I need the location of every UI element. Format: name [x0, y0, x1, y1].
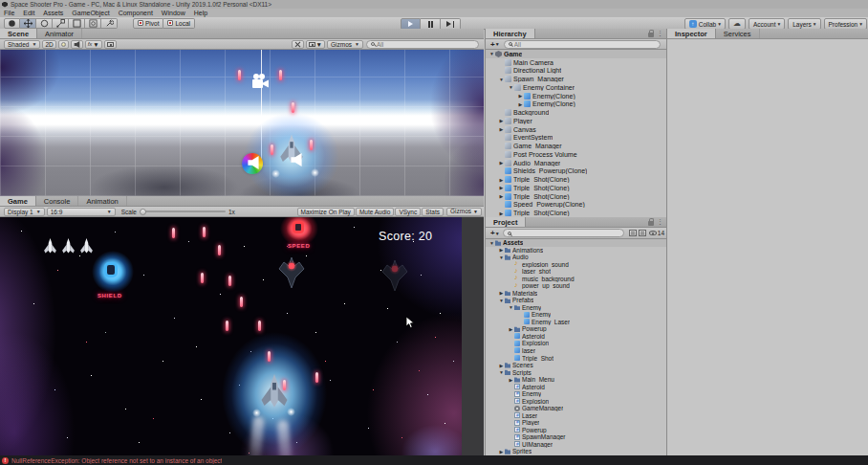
- game-view-toggle[interactable]: Mute Audio: [356, 208, 395, 216]
- project-item[interactable]: Powerup: [486, 325, 666, 333]
- tool-settings-button[interactable]: [292, 40, 304, 49]
- panel-menu-icon[interactable]: ⋮: [657, 30, 663, 37]
- menu-item[interactable]: GameObject: [72, 10, 109, 16]
- project-search[interactable]: [503, 229, 624, 237]
- expand-arrow[interactable]: [488, 51, 495, 56]
- expand-arrow[interactable]: [498, 449, 505, 454]
- camera-gizmo-icon[interactable]: [250, 73, 271, 89]
- project-search-input[interactable]: [513, 230, 619, 236]
- expand-arrow[interactable]: [498, 210, 505, 216]
- game-view-toggle[interactable]: VSync: [395, 208, 421, 216]
- project-item[interactable]: Asteroid: [486, 333, 666, 341]
- local-toggle[interactable]: Local: [163, 18, 195, 29]
- transform-tool-button[interactable]: [85, 18, 101, 29]
- hierarchy-item[interactable]: Game_Manager: [486, 142, 666, 150]
- rotate-tool-button[interactable]: [36, 18, 53, 29]
- project-item[interactable]: UIManager: [486, 440, 666, 448]
- expand-arrow[interactable]: [498, 369, 505, 375]
- menu-item[interactable]: Component: [119, 10, 153, 16]
- expand-arrow[interactable]: [498, 193, 505, 199]
- expand-arrow[interactable]: [498, 118, 505, 123]
- scene-search[interactable]: [366, 40, 479, 49]
- search-by-label-icon[interactable]: [639, 230, 646, 236]
- display-dropdown[interactable]: Display 1▼: [4, 208, 45, 216]
- hierarchy-item[interactable]: Shields_Powerup(Clone): [486, 167, 666, 176]
- expand-arrow[interactable]: [517, 93, 524, 99]
- hierarchy-item[interactable]: EventSystem: [486, 134, 666, 143]
- tab[interactable]: Console: [36, 196, 79, 206]
- lock-icon[interactable]: [648, 33, 654, 37]
- tab[interactable]: Scene: [0, 29, 37, 38]
- scene-audio-toggle[interactable]: [71, 40, 83, 49]
- expand-arrow[interactable]: [508, 84, 514, 90]
- hierarchy-item[interactable]: Background: [486, 108, 666, 117]
- project-item[interactable]: laser: [486, 347, 666, 355]
- audio-source-gizmo-icon[interactable]: [247, 156, 260, 169]
- hierarchy-item[interactable]: Audio_Manager: [486, 159, 666, 167]
- scale-slider[interactable]: Scale 1x: [121, 209, 235, 215]
- tab[interactable]: Game: [0, 196, 36, 206]
- scene-effects-dropdown[interactable]: fx▼: [85, 40, 102, 49]
- pivot-toggle[interactable]: Pivot: [133, 18, 163, 29]
- hierarchy-item[interactable]: Game: [486, 50, 666, 58]
- hierarchy-item[interactable]: Canvas: [486, 125, 666, 134]
- expand-arrow[interactable]: [498, 185, 505, 190]
- project-item[interactable]: GameManager: [486, 405, 666, 412]
- game-viewport[interactable]: Score: 20 SHIELD SPEED: [0, 217, 462, 455]
- menu-item[interactable]: Help: [194, 10, 207, 16]
- tab-project[interactable]: Project: [486, 217, 526, 227]
- game-view-toggle[interactable]: Maximize On Play: [297, 208, 355, 216]
- status-bar[interactable]: ! NullReferenceException: Object referen…: [0, 455, 868, 465]
- expand-arrow[interactable]: [498, 290, 505, 296]
- project-item[interactable]: laser_shot: [486, 268, 666, 276]
- hierarchy-item[interactable]: Triple_Shot(Clone): [486, 184, 666, 192]
- hidden-items-toggle[interactable]: 14: [649, 230, 664, 236]
- expand-arrow[interactable]: [488, 240, 495, 246]
- scale-tool-button[interactable]: [53, 18, 69, 29]
- 2d-toggle[interactable]: 2D: [42, 40, 55, 49]
- hierarchy-item[interactable]: Enemy(Clone): [486, 100, 666, 109]
- camera-settings-dropdown[interactable]: ▼: [306, 40, 325, 49]
- panel-menu-icon[interactable]: ⋮: [657, 218, 663, 226]
- project-item[interactable]: music_background: [486, 276, 666, 283]
- hierarchy-item[interactable]: Triple_Shot(Clone): [486, 175, 666, 184]
- project-item[interactable]: Materials: [486, 290, 666, 298]
- rect-tool-button[interactable]: [69, 18, 85, 29]
- hierarchy-item[interactable]: Main Camera: [486, 58, 666, 67]
- hierarchy-item[interactable]: Enemy Container: [486, 83, 666, 92]
- scene-grid-dropdown[interactable]: [104, 40, 117, 49]
- custom-tool-button[interactable]: [101, 18, 118, 29]
- project-item[interactable]: Scripts: [486, 368, 666, 376]
- project-item[interactable]: explosion_sound: [486, 261, 666, 269]
- hierarchy-item[interactable]: Spawn_Manager: [486, 75, 666, 83]
- expand-arrow[interactable]: [498, 247, 505, 253]
- project-item[interactable]: power_up_sound: [486, 282, 666, 290]
- hierarchy-item[interactable]: Triple_Shot(Clone): [486, 192, 666, 201]
- expand-arrow[interactable]: [517, 101, 524, 107]
- shading-mode-dropdown[interactable]: Shaded▼: [4, 40, 40, 49]
- hierarchy-search[interactable]: [504, 40, 661, 49]
- scale-knob[interactable]: [140, 209, 146, 215]
- expand-arrow[interactable]: [498, 177, 505, 183]
- project-item[interactable]: Enemy: [486, 311, 666, 319]
- project-item[interactable]: Assets: [486, 239, 666, 247]
- project-item[interactable]: Laser: [486, 411, 666, 419]
- game-view-toggle[interactable]: Stats: [422, 208, 444, 216]
- menu-item[interactable]: Window: [162, 10, 185, 16]
- expand-arrow[interactable]: [498, 255, 505, 260]
- hierarchy-item[interactable]: Post Process Volume: [486, 150, 666, 159]
- project-item[interactable]: Explosion: [486, 340, 666, 347]
- tab[interactable]: Inspector: [667, 29, 716, 38]
- tab[interactable]: Services: [716, 29, 760, 38]
- project-item[interactable]: Triple_Shot: [486, 354, 666, 362]
- expand-arrow[interactable]: [508, 326, 514, 332]
- menu-item[interactable]: File: [4, 10, 14, 16]
- scene-gizmos-dropdown[interactable]: Gizmos▼: [327, 40, 363, 49]
- project-item[interactable]: Scenes: [486, 362, 666, 369]
- project-item[interactable]: Powerup: [486, 426, 666, 433]
- hierarchy-search-input[interactable]: [514, 41, 656, 48]
- hierarchy-item[interactable]: Triple_Shot(Clone): [486, 209, 666, 217]
- expand-arrow[interactable]: [498, 298, 505, 303]
- lock-icon[interactable]: [648, 221, 654, 226]
- project-item[interactable]: Main_Menu: [486, 376, 666, 384]
